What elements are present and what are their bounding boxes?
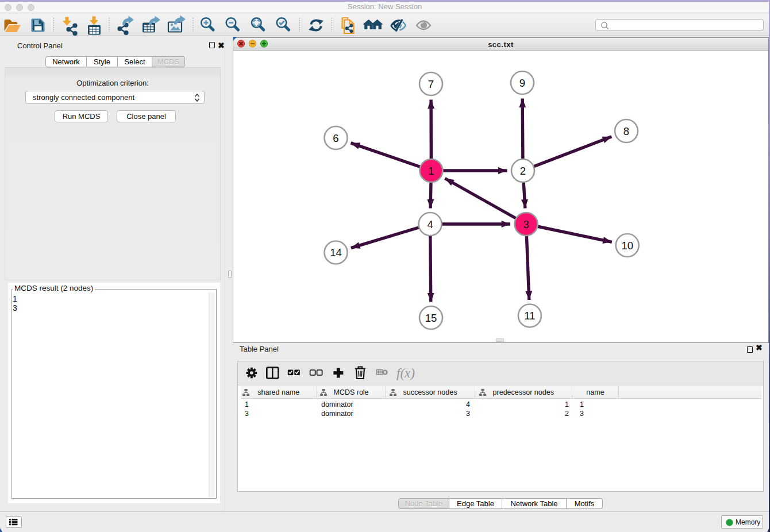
svg-text:6: 6 (333, 132, 338, 144)
svg-text:4: 4 (427, 218, 433, 230)
svg-text:11: 11 (524, 310, 535, 322)
svg-text:1: 1 (428, 165, 434, 177)
svg-text:14: 14 (330, 246, 342, 259)
svg-text:2: 2 (520, 165, 526, 177)
svg-text:f(x): f(x) (396, 366, 415, 380)
svg-text:15: 15 (425, 312, 437, 324)
svg-text:9: 9 (519, 77, 525, 89)
svg-text:10: 10 (621, 240, 633, 252)
svg-text:7: 7 (428, 78, 434, 90)
svg-text:8: 8 (623, 125, 629, 137)
svg-text:3: 3 (523, 218, 529, 230)
